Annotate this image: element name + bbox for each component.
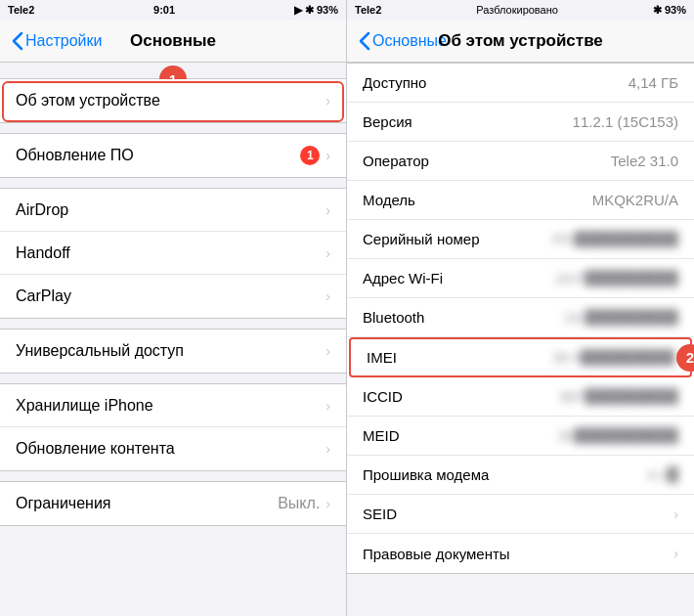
restrictions-right: Выкл. › [278,495,330,512]
label-carrier: Оператор [363,153,429,169]
label-imei: IMEI [367,349,397,366]
row-imei: IMEI 35 5█████████ 2 [349,337,692,377]
circle-2: 2 [676,344,694,372]
about-label: Об этом устройстве [16,92,160,110]
value-iccid: 897█████████ [560,388,678,405]
legal-chevron: › [673,546,678,561]
row-wifi: Адрес Wi-Fi 24:F█████████ [347,259,694,298]
back-button-left[interactable]: Настройки [12,31,102,51]
value-modem: 4.3█ [648,466,678,483]
section-connectivity: AirDrop › Handoff › CarPlay › [0,188,346,319]
nav-title-left: Основные [130,31,216,51]
nav-bar-left: Настройки Основные [0,20,346,63]
storage-item[interactable]: Хранилище iPhone › [0,384,346,427]
label-wifi: Адрес Wi-Fi [363,270,443,286]
status-bar-right: Tele2 Разблокировано ✱ 93% [347,0,694,20]
update-item[interactable]: Обновление ПО 1 › [0,134,346,177]
carplay-chevron: › [325,288,330,304]
right-panel: Tele2 Разблокировано ✱ 93% Основные Об э… [347,0,694,616]
seid-chevron: › [673,506,678,522]
handoff-chevron: › [325,245,330,261]
update-right: 1 › [300,146,330,165]
restrictions-item[interactable]: Ограничения Выкл. › [0,482,346,525]
row-meid: MEID 35██████████ [347,417,694,456]
label-seid: SEID [363,506,397,522]
value-available: 4,14 ГБ [629,74,678,91]
airdrop-label: AirDrop [16,201,68,219]
row-serial: Серийный номер FFI██████████ [347,220,694,259]
status-icons-right: ✱ 93% [653,4,686,17]
restrictions-value: Выкл. [278,495,320,512]
label-bluetooth: Bluetooth [363,309,424,326]
back-button-right[interactable]: Основные [359,31,447,51]
label-model: Модель [363,192,415,208]
value-serial: FFI██████████ [552,231,678,247]
value-model: MKQK2RU/A [592,192,678,208]
content-chevron: › [325,441,330,457]
section-restrictions: Ограничения Выкл. › [0,481,346,526]
label-modem: Прошивка модема [363,466,489,483]
row-iccid: ICCID 897█████████ [347,377,694,417]
lock-right: Разблокировано [476,4,558,16]
row-seid[interactable]: SEID › [347,495,694,534]
value-imei: 35 5█████████ [552,349,674,366]
back-label-right: Основные [372,32,447,50]
carrier-right: Tele2 [355,4,381,16]
value-bluetooth: 24:█████████ [565,309,679,326]
nav-title-right: Об этом устройстве [438,31,603,51]
label-serial: Серийный номер [363,231,480,247]
row-version: Версия 11.2.1 (15C153) [347,103,694,142]
update-label: Обновление ПО [16,147,134,164]
airdrop-item[interactable]: AirDrop › [0,189,346,232]
value-meid: 35██████████ [558,427,678,444]
status-icons-left: ▶ ✱ 93% [294,4,338,17]
handoff-item[interactable]: Handoff › [0,232,346,275]
content-item[interactable]: Обновление контента › [0,427,346,470]
nav-bar-right: Основные Об этом устройстве [347,20,694,63]
section-update: Обновление ПО 1 › [0,133,346,178]
airdrop-chevron: › [325,202,330,218]
handoff-label: Handoff [16,244,70,262]
update-chevron: › [325,148,330,163]
row-available: Доступно 4,14 ГБ [347,64,694,103]
row-model: Модель MKQK2RU/A [347,181,694,220]
label-available: Доступно [363,74,426,91]
detail-scroll[interactable]: Доступно 4,14 ГБ Версия 11.2.1 (15C153) … [347,63,694,616]
back-label-left: Настройки [25,32,102,50]
restrictions-chevron: › [325,496,330,511]
carplay-item[interactable]: CarPlay › [0,275,346,318]
update-badge: 1 [300,146,320,165]
left-panel: Tele2 9:01 ▶ ✱ 93% Настройки Основные 1 … [0,0,347,616]
row-legal[interactable]: Правовые документы › [347,534,694,573]
section-universal: Универсальный доступ › [0,329,346,374]
value-version: 11.2.1 (15C153) [573,113,678,130]
section-storage: Хранилище iPhone › Обновление контента › [0,383,346,471]
storage-label: Хранилище iPhone [16,397,153,415]
label-legal: Правовые документы [363,546,510,562]
value-wifi: 24:F█████████ [555,270,678,286]
universal-item[interactable]: Универсальный доступ › [0,330,346,373]
label-iccid: ICCID [363,388,403,405]
time-left: 9:01 [153,4,175,16]
carplay-label: CarPlay [16,287,71,305]
content-label: Обновление контента [16,440,175,458]
storage-chevron: › [325,398,330,414]
label-meid: MEID [363,427,400,444]
about-item[interactable]: Об этом устройстве › [0,79,346,122]
row-carrier: Оператор Tele2 31.0 [347,142,694,181]
status-bar-left: Tele2 9:01 ▶ ✱ 93% [0,0,346,20]
about-chevron: › [325,93,330,109]
universal-label: Универсальный доступ [16,342,184,360]
universal-chevron: › [325,343,330,359]
row-bluetooth: Bluetooth 24:█████████ [347,298,694,337]
value-carrier: Tele2 31.0 [611,153,678,169]
row-modem: Прошивка модема 4.3█ [347,456,694,495]
detail-list: Доступно 4,14 ГБ Версия 11.2.1 (15C153) … [347,63,694,574]
section-about: 1 Об этом устройстве › [0,78,346,123]
carrier-left: Tele2 [8,4,34,16]
label-version: Версия [363,113,412,130]
restrictions-label: Ограничения [16,495,111,512]
